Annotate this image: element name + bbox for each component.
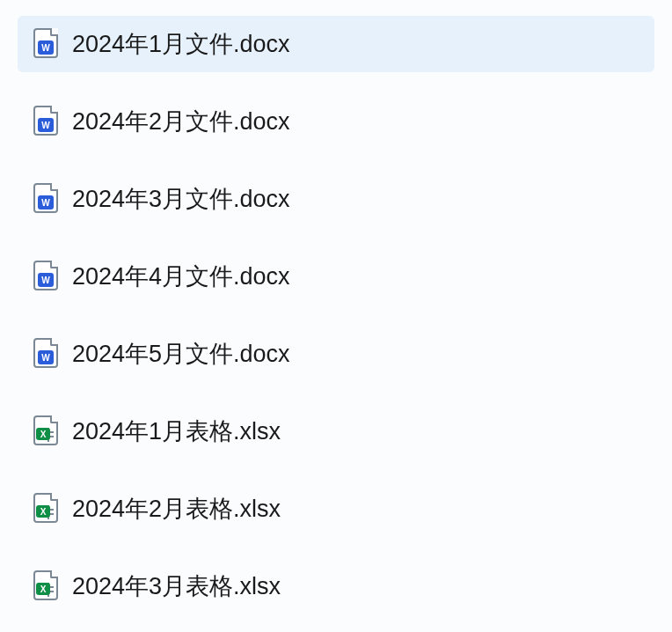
word-document-icon: W (33, 183, 60, 215)
file-name-label: 2024年5月文件.docx (72, 338, 290, 370)
file-name-label: 2024年1月表格.xlsx (72, 415, 281, 447)
word-document-icon: W (33, 28, 60, 60)
file-name-label: 2024年1月文件.docx (72, 28, 290, 60)
excel-spreadsheet-icon: X (33, 415, 60, 447)
file-item[interactable]: W 2024年3月文件.docx (0, 171, 672, 227)
file-list: W 2024年1月文件.docx W 2024年2月文件.docx W 2024… (0, 0, 672, 632)
excel-spreadsheet-icon: X (33, 493, 60, 525)
file-item[interactable]: W 2024年4月文件.docx (0, 248, 672, 305)
file-item[interactable]: W 2024年5月文件.docx (0, 326, 672, 382)
word-document-icon: W (33, 338, 60, 370)
file-name-label: 2024年4月文件.docx (72, 261, 290, 292)
word-document-icon: W (33, 261, 60, 292)
file-name-label: 2024年3月文件.docx (72, 183, 290, 215)
file-item[interactable]: W 2024年1月文件.docx (18, 16, 654, 72)
file-item[interactable]: X 2024年3月表格.xlsx (0, 558, 672, 614)
excel-spreadsheet-icon: X (33, 570, 60, 602)
file-name-label: 2024年2月表格.xlsx (72, 493, 281, 525)
word-document-icon: W (33, 106, 60, 137)
file-name-label: 2024年2月文件.docx (72, 106, 290, 137)
file-item[interactable]: X 2024年1月表格.xlsx (0, 403, 672, 459)
file-item[interactable]: X 2024年2月表格.xlsx (0, 481, 672, 537)
file-item[interactable]: W 2024年2月文件.docx (0, 93, 672, 150)
file-name-label: 2024年3月表格.xlsx (72, 570, 281, 602)
